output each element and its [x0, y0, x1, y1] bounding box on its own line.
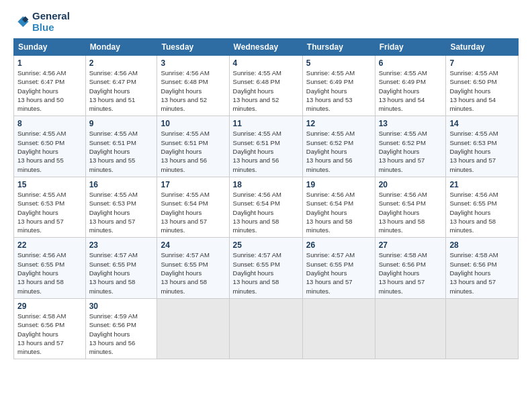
weekday-header-sunday: Sunday — [14, 39, 86, 56]
calendar-cell: 13 Sunrise: 4:55 AMSunset: 6:52 PMDaylig… — [375, 116, 446, 177]
day-info: Sunrise: 4:55 AMSunset: 6:49 PMDaylight … — [306, 68, 371, 113]
day-info: Sunrise: 4:55 AMSunset: 6:50 PMDaylight … — [449, 68, 515, 113]
calendar-cell: 2 Sunrise: 4:56 AMSunset: 6:47 PMDayligh… — [85, 56, 157, 116]
weekday-header-saturday: Saturday — [446, 39, 519, 56]
day-number: 30 — [89, 302, 154, 311]
day-number: 10 — [161, 119, 225, 128]
page: General Blue SundayMondayTuesdayWednesda… — [0, 0, 532, 370]
calendar-cell: 16 Sunrise: 4:55 AMSunset: 6:53 PMDaylig… — [85, 177, 157, 237]
calendar-cell: 30 Sunrise: 4:59 AMSunset: 6:56 PMDaylig… — [85, 298, 157, 359]
day-info: Sunrise: 4:56 AMSunset: 6:54 PMDaylight … — [379, 190, 443, 234]
day-info: Sunrise: 4:55 AMSunset: 6:54 PMDaylight … — [161, 190, 225, 234]
week-row-2: 8 Sunrise: 4:55 AMSunset: 6:50 PMDayligh… — [14, 116, 519, 177]
day-info: Sunrise: 4:55 AMSunset: 6:53 PMDaylight … — [449, 129, 515, 173]
calendar-table: SundayMondayTuesdayWednesdayThursdayFrid… — [13, 38, 519, 359]
day-info: Sunrise: 4:55 AMSunset: 6:51 PMDaylight … — [89, 129, 154, 173]
calendar-cell: 7 Sunrise: 4:55 AMSunset: 6:50 PMDayligh… — [446, 56, 519, 116]
day-number: 28 — [449, 240, 515, 250]
day-info: Sunrise: 4:55 AMSunset: 6:53 PMDaylight … — [89, 190, 154, 234]
day-info: Sunrise: 4:56 AMSunset: 6:54 PMDaylight … — [233, 190, 299, 234]
calendar-cell: 27 Sunrise: 4:58 AMSunset: 6:56 PMDaylig… — [375, 238, 446, 298]
day-number: 22 — [17, 240, 82, 250]
day-info: Sunrise: 4:58 AMSunset: 6:56 PMDaylight … — [17, 312, 82, 356]
calendar-cell — [229, 298, 302, 359]
day-number: 15 — [17, 180, 82, 189]
day-number: 19 — [306, 180, 371, 189]
day-number: 4 — [233, 58, 299, 68]
logo-icon — [13, 14, 30, 30]
day-info: Sunrise: 4:56 AMSunset: 6:55 PMDaylight … — [449, 190, 515, 234]
day-info: Sunrise: 4:56 AMSunset: 6:47 PMDaylight … — [17, 68, 82, 113]
calendar-cell: 18 Sunrise: 4:56 AMSunset: 6:54 PMDaylig… — [229, 177, 302, 237]
header: General Blue — [13, 11, 519, 33]
day-number: 18 — [233, 180, 299, 189]
day-number: 24 — [161, 240, 225, 250]
day-info: Sunrise: 4:55 AMSunset: 6:51 PMDaylight … — [161, 129, 225, 173]
day-number: 8 — [17, 119, 82, 128]
calendar-cell: 9 Sunrise: 4:55 AMSunset: 6:51 PMDayligh… — [85, 116, 157, 177]
day-info: Sunrise: 4:56 AMSunset: 6:48 PMDaylight … — [161, 68, 225, 113]
day-number: 25 — [233, 240, 299, 250]
calendar-cell: 8 Sunrise: 4:55 AMSunset: 6:50 PMDayligh… — [14, 116, 86, 177]
day-info: Sunrise: 4:57 AMSunset: 6:55 PMDaylight … — [89, 250, 154, 295]
calendar-cell: 12 Sunrise: 4:55 AMSunset: 6:52 PMDaylig… — [302, 116, 375, 177]
weekday-header-wednesday: Wednesday — [229, 39, 302, 56]
day-info: Sunrise: 4:55 AMSunset: 6:52 PMDaylight … — [306, 129, 371, 173]
calendar-cell: 1 Sunrise: 4:56 AMSunset: 6:47 PMDayligh… — [14, 56, 86, 116]
day-number: 16 — [89, 180, 154, 189]
day-number: 17 — [161, 180, 225, 189]
day-number: 23 — [89, 240, 154, 250]
day-info: Sunrise: 4:56 AMSunset: 6:47 PMDaylight … — [89, 68, 154, 113]
calendar-cell: 17 Sunrise: 4:55 AMSunset: 6:54 PMDaylig… — [157, 177, 229, 237]
day-info: Sunrise: 4:57 AMSunset: 6:55 PMDaylight … — [161, 250, 225, 295]
calendar-cell — [157, 298, 229, 359]
day-number: 7 — [449, 58, 515, 68]
day-info: Sunrise: 4:55 AMSunset: 6:49 PMDaylight … — [379, 68, 443, 113]
day-info: Sunrise: 4:56 AMSunset: 6:54 PMDaylight … — [306, 190, 371, 234]
day-number: 11 — [233, 119, 299, 128]
day-number: 2 — [89, 58, 154, 68]
day-number: 26 — [306, 240, 371, 250]
day-number: 29 — [17, 302, 82, 311]
day-number: 12 — [306, 119, 371, 128]
calendar-cell: 22 Sunrise: 4:56 AMSunset: 6:55 PMDaylig… — [14, 238, 86, 298]
day-info: Sunrise: 4:58 AMSunset: 6:56 PMDaylight … — [379, 250, 443, 295]
day-info: Sunrise: 4:59 AMSunset: 6:56 PMDaylight … — [89, 312, 154, 356]
calendar-cell: 28 Sunrise: 4:58 AMSunset: 6:56 PMDaylig… — [446, 238, 519, 298]
day-number: 20 — [379, 180, 443, 189]
day-number: 5 — [306, 58, 371, 68]
calendar-cell: 10 Sunrise: 4:55 AMSunset: 6:51 PMDaylig… — [157, 116, 229, 177]
calendar-cell — [446, 298, 519, 359]
calendar-cell: 24 Sunrise: 4:57 AMSunset: 6:55 PMDaylig… — [157, 238, 229, 298]
day-number: 3 — [161, 58, 225, 68]
week-row-5: 29 Sunrise: 4:58 AMSunset: 6:56 PMDaylig… — [14, 298, 519, 359]
day-info: Sunrise: 4:58 AMSunset: 6:56 PMDaylight … — [449, 250, 515, 295]
calendar-cell — [302, 298, 375, 359]
week-row-4: 22 Sunrise: 4:56 AMSunset: 6:55 PMDaylig… — [14, 238, 519, 298]
day-number: 27 — [379, 240, 443, 250]
weekday-header-tuesday: Tuesday — [157, 39, 229, 56]
calendar-cell: 25 Sunrise: 4:57 AMSunset: 6:55 PMDaylig… — [229, 238, 302, 298]
calendar-cell: 11 Sunrise: 4:55 AMSunset: 6:51 PMDaylig… — [229, 116, 302, 177]
calendar-cell: 4 Sunrise: 4:55 AMSunset: 6:48 PMDayligh… — [229, 56, 302, 116]
day-info: Sunrise: 4:56 AMSunset: 6:55 PMDaylight … — [17, 250, 82, 295]
calendar-cell: 29 Sunrise: 4:58 AMSunset: 6:56 PMDaylig… — [14, 298, 86, 359]
day-number: 6 — [379, 58, 443, 68]
calendar-cell: 5 Sunrise: 4:55 AMSunset: 6:49 PMDayligh… — [302, 56, 375, 116]
day-info: Sunrise: 4:57 AMSunset: 6:55 PMDaylight … — [306, 250, 371, 295]
weekday-header-friday: Friday — [375, 39, 446, 56]
day-info: Sunrise: 4:55 AMSunset: 6:53 PMDaylight … — [17, 190, 82, 234]
week-row-1: 1 Sunrise: 4:56 AMSunset: 6:47 PMDayligh… — [14, 56, 519, 116]
logo-text: General Blue — [32, 11, 70, 33]
calendar-cell: 23 Sunrise: 4:57 AMSunset: 6:55 PMDaylig… — [85, 238, 157, 298]
weekday-header-monday: Monday — [85, 39, 157, 56]
calendar-cell — [375, 298, 446, 359]
day-number: 9 — [89, 119, 154, 128]
logo: General Blue — [13, 11, 70, 33]
day-info: Sunrise: 4:55 AMSunset: 6:52 PMDaylight … — [379, 129, 443, 173]
day-info: Sunrise: 4:55 AMSunset: 6:48 PMDaylight … — [233, 68, 299, 113]
week-row-3: 15 Sunrise: 4:55 AMSunset: 6:53 PMDaylig… — [14, 177, 519, 237]
calendar-cell: 3 Sunrise: 4:56 AMSunset: 6:48 PMDayligh… — [157, 56, 229, 116]
day-number: 13 — [379, 119, 443, 128]
calendar-cell: 21 Sunrise: 4:56 AMSunset: 6:55 PMDaylig… — [446, 177, 519, 237]
